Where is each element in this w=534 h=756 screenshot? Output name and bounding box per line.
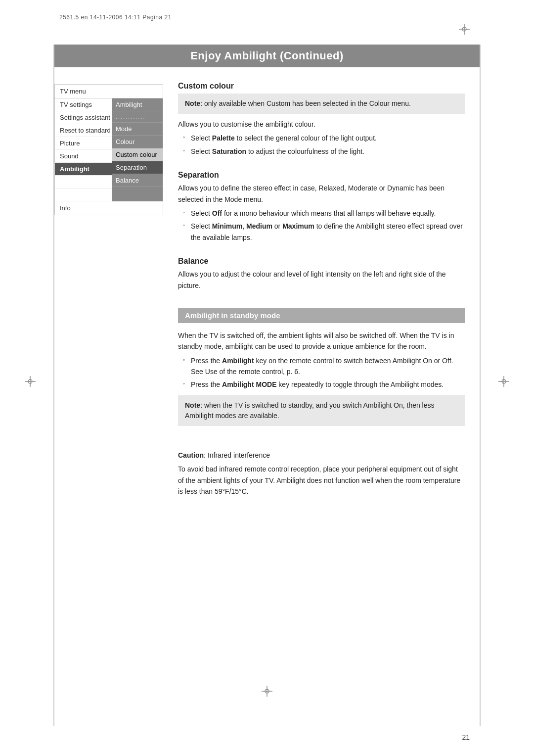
page-number: 21 (462, 733, 470, 741)
menu-right-colour[interactable]: Colour (112, 136, 163, 148)
caution-suffix: : Infrared interference (204, 451, 270, 459)
bullet-ambilight-key: Press the Ambilight key on the remote co… (183, 355, 465, 378)
note-text: : only available when Custom has been se… (200, 99, 411, 107)
max-bold: Maximum (282, 222, 314, 230)
caution-title-line: Caution: Infrared interference (178, 450, 465, 461)
note-bold-label: Note (185, 99, 200, 107)
crosshair-left-mid-icon (25, 376, 36, 387)
menu-right-custom-colour[interactable]: Custom colour (112, 148, 163, 161)
saturation-bold: Saturation (212, 147, 246, 155)
off-bold: Off (212, 209, 222, 217)
ambilight-key-bold: Ambilight (222, 357, 254, 365)
caution-section: Caution: Infrared interference To avoid … (178, 445, 465, 505)
menu-panel: TV menu TV settings Settings assistant R… (54, 84, 163, 215)
custom-colour-note: Note: only available when Custom has bee… (178, 94, 465, 114)
standby-section: When the TV is switched off, the ambient… (178, 330, 465, 431)
min-bold: Minimum (212, 222, 242, 230)
menu-left-col: TV settings Settings assistant Reset to … (55, 98, 112, 201)
page-header: 2561.5 en 14-11-2006 14:11 Pagina 21 (59, 14, 172, 21)
menu-row: TV settings Settings assistant Reset to … (55, 98, 163, 201)
custom-colour-section: Custom colour Note: only available when … (178, 82, 465, 162)
standby-body: When the TV is switched off, the ambient… (178, 330, 465, 352)
custom-colour-title: Custom colour (178, 82, 465, 91)
crosshair-right-mid-icon (498, 376, 509, 387)
balance-title: Balance (178, 257, 465, 266)
bullet-ambilight-mode: Press the Ambilight MODE key repeatedly … (183, 379, 465, 390)
bullet-palette: Select Palette to select the general col… (183, 133, 465, 143)
separation-title: Separation (178, 171, 465, 180)
menu-info: Info (55, 201, 163, 215)
menu-item-tv-settings[interactable]: TV settings (55, 98, 112, 111)
right-content: Custom colour Note: only available when … (163, 72, 480, 726)
separation-section: Separation Allows you to define the ster… (178, 171, 465, 248)
menu-item-picture[interactable]: Picture (55, 137, 112, 150)
standby-bullets: Press the Ambilight key on the remote co… (183, 355, 465, 390)
menu-item-ambilight[interactable]: Ambilight (55, 163, 112, 176)
menu-right-mode[interactable]: Mode (112, 123, 163, 136)
caution-bold: Caution (178, 451, 204, 459)
bullet-off: Select Off for a mono behaviour which me… (183, 208, 465, 219)
menu-right-placeholder: ............ (112, 111, 163, 123)
med-bold: Medium (246, 222, 272, 230)
separation-body: Allows you to define the stereo effect i… (178, 183, 465, 205)
balance-body: Allows you to adjust the colour and leve… (178, 269, 465, 291)
custom-colour-bullets: Select Palette to select the general col… (183, 133, 465, 157)
standby-note-text: : when the TV is switched to standby, an… (185, 401, 435, 420)
menu-right-separation[interactable]: Separation (112, 161, 163, 174)
page-title: Enjoy Ambilight (Continued) (54, 45, 480, 67)
vline-right (480, 45, 481, 726)
menu-item-reset[interactable]: Reset to standard (55, 124, 112, 137)
bullet-saturation: Select Saturation to adjust the colourfu… (183, 146, 465, 157)
bullet-minmax: Select Minimum, Medium or Maximum to def… (183, 221, 465, 243)
menu-right-col: Ambilight ............ Mode Colour Custo… (112, 98, 163, 201)
standby-header: Ambilight in standby mode (178, 308, 465, 323)
crosshair-top-right-icon (459, 24, 470, 35)
menu-right-ambilight[interactable]: Ambilight (112, 98, 163, 111)
menu-header: TV menu (55, 85, 163, 98)
custom-colour-body: Allows you to customise the ambilight co… (178, 119, 465, 130)
standby-note-label: Note (185, 401, 200, 409)
menu-item-blank (55, 176, 112, 189)
menu-item-blank2 (55, 189, 112, 201)
menu-right-balance[interactable]: Balance (112, 174, 163, 187)
standby-note: Note: when the TV is switched to standby… (178, 395, 465, 426)
menu-item-settings-assistant[interactable]: Settings assistant (55, 111, 112, 124)
ambilight-mode-bold: Ambilight MODE (222, 380, 276, 388)
caution-body: To avoid bad infrared remote control rec… (178, 464, 465, 497)
menu-item-sound[interactable]: Sound (55, 150, 112, 163)
content-area: TV menu TV settings Settings assistant R… (54, 72, 480, 726)
separation-bullets: Select Off for a mono behaviour which me… (183, 208, 465, 243)
balance-section: Balance Allows you to adjust the colour … (178, 257, 465, 294)
palette-bold: Palette (212, 134, 235, 142)
